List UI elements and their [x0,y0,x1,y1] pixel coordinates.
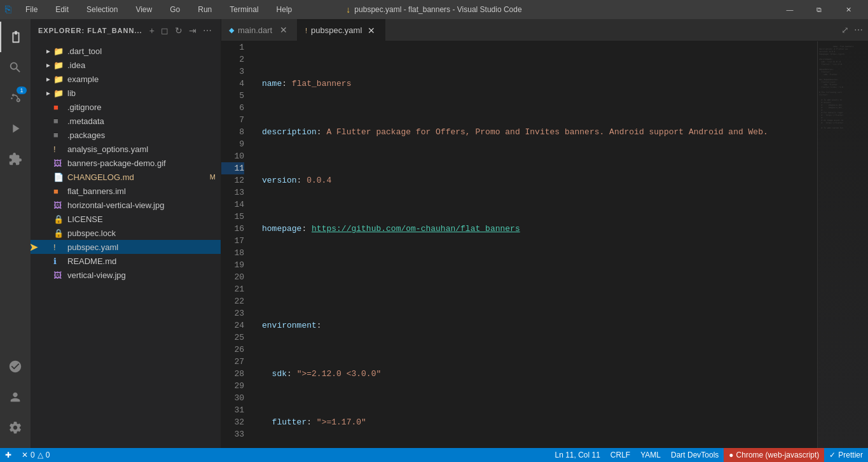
crlf-text: CRLF [610,451,630,459]
code-line-7: sdk: ">=2.12.0 <3.0.0" [262,368,817,380]
tab-label: pubspec.yaml [311,25,362,35]
minimize-button[interactable]: — [775,0,804,19]
sidebar-header: EXPLORER: FLAT_BANN... + ◻ ↻ ⇥ ⋯ [31,19,221,41]
maximize-button[interactable]: ⧉ [804,0,834,19]
current-file-arrow: ➤ [31,241,38,253]
menu-run[interactable]: Run [194,4,216,15]
activity-remote[interactable] [0,351,31,382]
folder-icon: 📁 [53,88,65,98]
tree-item-pubspec-yaml[interactable]: ➤ ! pubspec.yaml [31,240,221,254]
activity-bottom [0,351,31,443]
sidebar-title: EXPLORER: FLAT_BANN... [38,27,142,34]
file-tree: ► 📁 .dart_tool ► 📁 .idea ► 📁 example ► 📁… [31,41,221,448]
tree-item-iml[interactable]: ■ flat_banners.iml [31,184,221,198]
menu-selection[interactable]: Selection [83,4,121,15]
browser-indicator[interactable]: ● Chrome (web-javascript) [724,448,824,462]
code-content[interactable]: name: flat_banners description: A Flutte… [252,41,817,448]
new-file-button[interactable]: + [148,24,156,37]
activity-source-control[interactable]: 1 [0,83,31,113]
file-name: lib [67,88,221,98]
tree-item-changelog[interactable]: 📄 CHANGELOG.md M [31,170,221,184]
tree-item-idea[interactable]: ► 📁 .idea [31,58,221,72]
activity-account[interactable] [0,382,31,412]
status-left: ✚ ✕ 0 △ 0 [0,448,55,462]
minimap-content: name: flat_banners description: A Flutte… [818,41,868,448]
folder-arrow-icon: ► [43,62,53,69]
menu-file[interactable]: File [22,4,41,15]
tree-item-metadata[interactable]: ≡ .metadata [31,114,221,128]
meta-icon: ≡ [53,116,65,126]
split-editor-button[interactable]: ⤢ [841,25,849,35]
error-icon: ✕ [22,451,28,459]
tab-main-dart[interactable]: ◆ main.dart ✕ [221,19,298,41]
code-line-8: flutter: ">=1.17.0" [262,416,817,428]
image-icon: 🖼 [53,200,65,210]
app-body: 1 EXPLORER: FLAT_BANN... + ◻ ↻ [0,19,868,448]
activity-run[interactable] [0,113,31,144]
code-line-3: version: 0.0.4 [262,174,817,186]
tree-item-readme[interactable]: ℹ README.md [31,254,221,268]
tab-pubspec-yaml[interactable]: ! pubspec.yaml ✕ [298,19,385,41]
line-ending[interactable]: CRLF [605,448,635,462]
tab-close-button[interactable]: ✕ [366,25,377,36]
dart-devtools[interactable]: Dart DevTools [666,448,724,462]
activity-settings[interactable] [0,412,31,443]
remote-indicator[interactable]: ✚ [0,448,17,462]
tree-item-dart-tool[interactable]: ► 📁 .dart_tool [31,44,221,58]
code-line-6: environment: [262,319,817,332]
tab-label: main.dart [238,25,272,35]
tree-item-horizontal-jpg[interactable]: 🖼 horizontal-vertical-view.jpg [31,198,221,212]
menu-go[interactable]: Go [166,4,184,15]
menu-view[interactable]: View [132,4,156,15]
folder-arrow-icon: ► [43,90,53,97]
activity-search[interactable] [0,52,31,83]
tree-item-gitignore[interactable]: ■ .gitignore [31,100,221,114]
sidebar: EXPLORER: FLAT_BANN... + ◻ ↻ ⇥ ⋯ ► 📁 .da… [31,19,221,448]
new-folder-button[interactable]: ◻ [160,24,170,37]
file-name: .idea [67,60,221,70]
tree-item-lib[interactable]: ► 📁 lib [31,86,221,100]
editor: 1 2 3 4 5 6 7 8 9 10 11 12 13 14 15 16 1… [221,41,868,448]
git-icon: ■ [53,102,65,112]
file-name: analysis_options.yaml [67,144,221,154]
errors-indicator[interactable]: ✕ 0 △ 0 [17,448,55,462]
tree-item-pubspec-lock[interactable]: 🔒 pubspec.lock [31,226,221,240]
status-right: Ln 11, Col 11 CRLF YAML Dart DevTools ● … [549,448,868,462]
source-control-badge: 1 [17,87,27,94]
prettier-indicator[interactable]: ✓ Prettier [824,448,868,462]
more-actions-button[interactable]: ⋯ [202,24,213,37]
folder-arrow-icon: ► [43,48,53,55]
editor-area: ◆ main.dart ✕ ! pubspec.yaml ✕ ⤢ ⋯ 1 2 3… [221,19,868,448]
activity-explorer[interactable] [0,22,31,52]
packages-icon: ≡ [53,130,65,140]
folder-arrow-icon: ► [43,76,53,83]
tree-item-license[interactable]: 🔒 LICENSE [31,212,221,226]
tree-item-analysis-options[interactable]: ! analysis_options.yaml [31,142,221,156]
download-arrow-icon: ↓ [346,4,350,15]
prettier-text: Prettier [838,451,863,459]
tab-close-button[interactable]: ✕ [278,24,289,36]
file-name: README.md [67,256,221,266]
tree-item-demo-gif[interactable]: 🖼 banners-package-demo.gif [31,156,221,170]
more-actions-button[interactable]: ⋯ [854,25,863,35]
browser-text: Chrome (web-javascript) [736,451,820,459]
tree-item-example[interactable]: ► 📁 example [31,72,221,86]
activity-extensions[interactable] [0,144,31,174]
errors-count: 0 [31,451,35,459]
menu-terminal[interactable]: Terminal [226,4,262,15]
titlebar-left: ⎘ File Edit Selection View Go Run Termin… [5,4,296,15]
collapse-button[interactable]: ⇥ [188,24,198,37]
menu-help[interactable]: Help [273,4,296,15]
cursor-position[interactable]: Ln 11, Col 11 [549,448,605,462]
titlebar: ⎘ File Edit Selection View Go Run Termin… [0,0,868,19]
refresh-button[interactable]: ↻ [174,24,184,37]
tree-item-vertical-jpg[interactable]: 🖼 vertical-view.jpg [31,268,221,282]
md-icon: 📄 [53,172,65,182]
file-format[interactable]: YAML [635,448,666,462]
remote-icon: ✚ [5,451,11,459]
chrome-icon: ● [729,451,733,459]
menu-edit[interactable]: Edit [52,4,72,15]
format-text: YAML [640,451,661,459]
tree-item-packages[interactable]: ≡ .packages [31,128,221,142]
close-button[interactable]: ✕ [834,0,863,19]
